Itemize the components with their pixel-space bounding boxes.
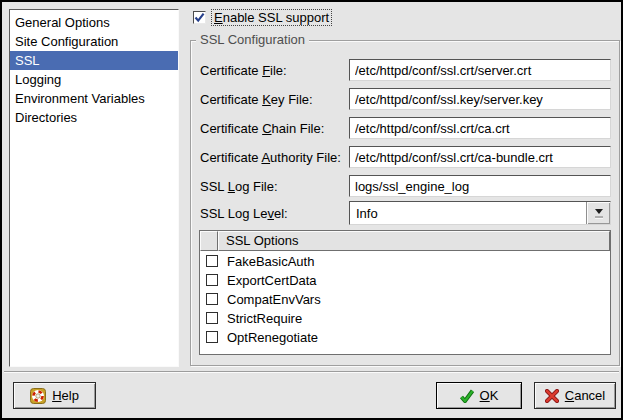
cancel-button-label: Cancel [565,388,605,403]
sidebar-item-general-options[interactable]: General Options [10,13,178,32]
fakebasicauth-checkbox[interactable] [206,255,218,267]
compatenvvars-checkbox[interactable] [206,293,218,305]
certificate-key-file-row: Certificate Key File: [200,88,611,110]
certificate-chain-file-label: Certificate Chain File: [200,121,349,136]
ssl-options-table: SSL Options FakeBasicAuth ExportCertData… [199,230,611,355]
table-row[interactable]: FakeBasicAuth [200,252,610,270]
sidebar-item-environment-variables[interactable]: Environment Variables [10,89,178,108]
bottom-separator [4,371,619,373]
help-button[interactable]: Help [13,382,96,409]
strictrequire-checkbox[interactable] [206,312,218,324]
ssl-log-file-row: SSL Log File: [200,175,611,197]
sidebar-item-directories[interactable]: Directories [10,108,178,127]
certificate-chain-file-row: Certificate Chain File: [200,117,611,139]
dropdown-indicator-bar [595,216,603,218]
ssl-configuration-frame: SSL Configuration Certificate File: Cert… [190,40,620,366]
ssl-log-file-label: SSL Log File: [200,179,349,194]
optrenegotiate-checkbox[interactable] [206,331,218,343]
certificate-file-input[interactable] [349,59,611,81]
ok-button[interactable]: OK [436,382,522,409]
certificate-file-label: Certificate File: [200,63,349,78]
sidebar-item-logging[interactable]: Logging [10,70,178,89]
ssl-log-level-dropdown[interactable]: Info [349,201,611,225]
option-label: StrictRequire [227,311,302,326]
enable-ssl-row: Enable SSL support [193,10,331,25]
table-row[interactable]: ExportCertData [200,271,610,289]
exportcertdata-checkbox[interactable] [206,274,218,286]
frame-title: SSL Configuration [196,32,309,48]
certificate-key-file-input[interactable] [349,88,611,110]
ssl-options-table-header: SSL Options [200,231,610,251]
enable-ssl-label[interactable]: Enable SSL support [212,10,331,25]
sidebar-item-site-configuration[interactable]: Site Configuration [10,32,178,51]
ssl-log-file-input[interactable] [349,175,611,197]
ssl-log-level-label: SSL Log Level: [200,206,349,221]
checkmark-icon [194,12,205,23]
cancel-button[interactable]: Cancel [534,382,616,409]
ssl-options-column-header[interactable]: SSL Options [218,231,610,251]
help-button-label: Help [52,388,79,403]
lifebuoy-icon [30,388,46,404]
table-row[interactable]: StrictRequire [200,309,610,327]
check-icon [460,389,474,403]
checkbox-column-header[interactable] [200,231,218,251]
option-label: ExportCertData [227,273,317,288]
certificate-authority-file-input[interactable] [349,146,611,168]
option-label: CompatEnvVars [227,292,321,307]
certificate-authority-file-label: Certificate Authority File: [200,150,349,165]
sidebar-item-ssl[interactable]: SSL [10,51,178,70]
dropdown-button[interactable] [586,202,610,224]
ok-button-label: OK [480,388,499,403]
certificate-key-file-label: Certificate Key File: [200,92,349,107]
category-list: General Options Site Configuration SSL L… [9,9,179,367]
ssl-log-level-value: Info [350,202,586,224]
ssl-configuration-window: { "colors": { "selection_blue": "#4a6cb2… [0,0,623,420]
certificate-file-row: Certificate File: [200,59,611,81]
table-row[interactable]: CompatEnvVars [200,290,610,308]
enable-ssl-checkbox[interactable] [193,11,206,24]
option-label: FakeBasicAuth [227,254,314,269]
ssl-log-level-row: SSL Log Level: Info [200,201,611,225]
x-icon [545,389,559,403]
certificate-authority-file-row: Certificate Authority File: [200,146,611,168]
table-row[interactable]: OptRenegotiate [200,328,610,346]
option-label: OptRenegotiate [227,330,318,345]
chevron-down-icon [595,209,603,214]
certificate-chain-file-input[interactable] [349,117,611,139]
